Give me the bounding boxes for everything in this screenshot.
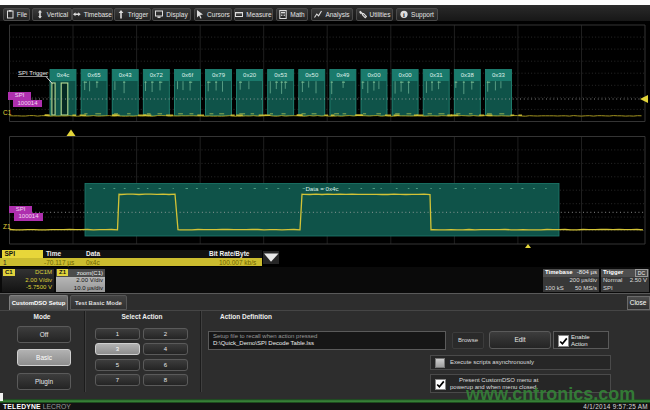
svg-text:0x65: 0x65	[88, 72, 102, 78]
svg-text:0x20: 0x20	[243, 72, 257, 78]
svg-text:0x00: 0x00	[367, 72, 381, 78]
svg-text:0x31: 0x31	[430, 72, 444, 78]
svg-text:SPI Trigger: SPI Trigger	[18, 70, 48, 76]
svg-text:0x79: 0x79	[212, 72, 226, 78]
svg-text:i: i	[403, 10, 405, 17]
svg-text:0x4c: 0x4c	[57, 72, 70, 78]
svg-text:0x50: 0x50	[305, 72, 319, 78]
svg-text:0x49: 0x49	[336, 72, 350, 78]
svg-text:0x00: 0x00	[399, 72, 413, 78]
svg-text:0x6f: 0x6f	[182, 72, 194, 78]
svg-text:0x53: 0x53	[274, 72, 288, 78]
svg-text:0x43: 0x43	[119, 72, 133, 78]
svg-text:0x33: 0x33	[492, 72, 506, 78]
svg-text:0x38: 0x38	[461, 72, 475, 78]
svg-text:0x72: 0x72	[150, 72, 164, 78]
svg-text:Data = 0x4c: Data = 0x4c	[305, 185, 338, 192]
